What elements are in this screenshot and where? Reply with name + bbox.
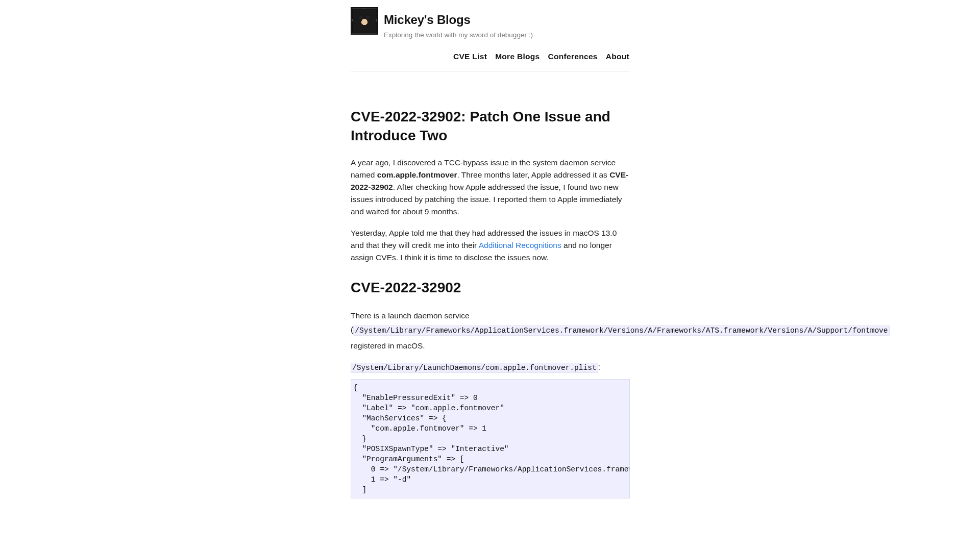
plist-path-code: /System/Library/LaunchDaemons/com.apple.… [351,363,598,373]
tagline: Exploring the world with my sword of deb… [384,30,533,40]
site-title[interactable]: Mickey's Blogs [384,11,533,29]
section-title: CVE-2022-32902 [351,277,629,298]
site-header: 12 11 1 9 3 8 4 Mickey's Blogs Exploring… [351,7,629,44]
codeblock-wrap: { "EnablePressuredExit" => 0 "Label" => … [351,379,630,498]
avatar[interactable]: 12 11 1 9 3 8 4 [351,7,378,35]
article: CVE-2022-32902: Patch One Issue and Intr… [351,71,629,498]
intro-paragraph-2: Yesterday, Apple told me that they had a… [351,227,629,264]
main-nav: CVE List More Blogs Conferences About [351,44,629,71]
article-title: CVE-2022-32902: Patch One Issue and Intr… [351,107,629,146]
title-block: Mickey's Blogs Exploring the world with … [384,7,533,40]
p1-text-mid: . Three months later, Apple addressed it… [457,170,609,179]
intro-paragraph-1: A year ago, I discovered a TCC-bypass is… [351,157,629,218]
nav-cve-list[interactable]: CVE List [453,51,487,62]
p4: registered in macOS. [351,340,629,352]
plist-path-line: /System/Library/LaunchDaemons/com.apple.… [351,361,629,374]
p1-service-name: com.apple.fontmover [377,170,457,179]
p4-text: registered in macOS. [351,341,425,350]
plist-codeblock[interactable]: { "EnablePressuredExit" => 0 "Label" => … [351,379,630,498]
daemon-path-code: /System/Library/Frameworks/ApplicationSe… [353,325,889,336]
plist-colon: : [598,363,600,371]
additional-recognitions-link[interactable]: Additional Recognitions [479,241,561,249]
nav-more-blogs[interactable]: More Blogs [495,51,540,62]
nav-about[interactable]: About [606,51,629,62]
page-container: 12 11 1 9 3 8 4 Mickey's Blogs Exploring… [351,0,629,498]
nav-conferences[interactable]: Conferences [548,51,598,62]
daemon-path-line: (/System/Library/Frameworks/ApplicationS… [351,324,629,337]
p3-text: There is a launch daemon service [351,311,470,320]
p3: There is a launch daemon service [351,310,629,322]
